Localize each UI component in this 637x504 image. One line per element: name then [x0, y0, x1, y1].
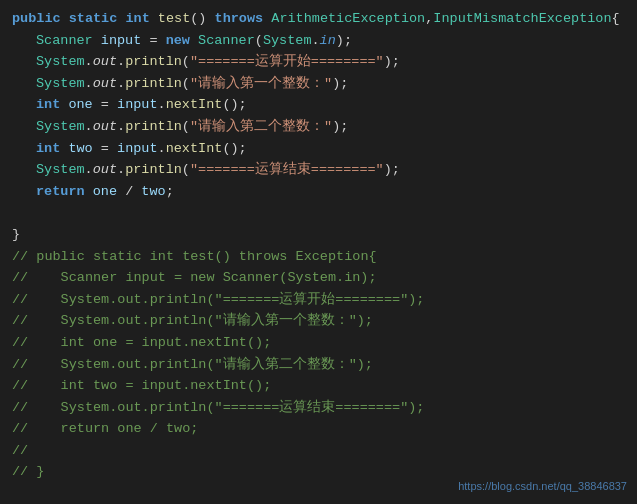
out-italic3: out: [93, 116, 117, 138]
system-class4: System: [36, 116, 85, 138]
system-class: System: [263, 30, 312, 52]
dot7: .: [85, 116, 93, 138]
comment4: // System.out.println("请输入第一个整数：");: [12, 310, 373, 332]
code-line-10: }: [0, 224, 637, 246]
code-line-9: return one / two;: [0, 181, 637, 203]
println4: println: [125, 159, 182, 181]
nextint1: nextInt: [166, 94, 223, 116]
println2: println: [125, 73, 182, 95]
string1: "=======运算开始========": [190, 51, 384, 73]
input-ref1: input: [117, 94, 158, 116]
assign3: =: [93, 138, 117, 160]
keyword-int: int: [125, 8, 157, 30]
var-one2: one: [93, 181, 117, 203]
code-line-19: // return one / two;: [0, 418, 637, 440]
code-line-13: // System.out.println("=======运算开始======…: [0, 289, 637, 311]
input-ref2: input: [117, 138, 158, 160]
keyword-new: new: [166, 30, 198, 52]
code-line-12: // Scanner input = new Scanner(System.in…: [0, 267, 637, 289]
code-line-7: int two = input.nextInt();: [0, 138, 637, 160]
dot6: .: [158, 94, 166, 116]
string2: "请输入第一个整数：": [190, 73, 332, 95]
keyword-int3: int: [36, 138, 68, 160]
var-input: input: [101, 30, 142, 52]
dot10: .: [85, 159, 93, 181]
code-line-15: // int one = input.nextInt();: [0, 332, 637, 354]
keyword-return: return: [36, 181, 93, 203]
comment10: //: [12, 440, 28, 462]
code-line-3: System.out.println("=======运算开始========"…: [0, 51, 637, 73]
code-line-6: System.out.println("请输入第二个整数：");: [0, 116, 637, 138]
dot9: .: [158, 138, 166, 160]
exception-inputmismatch: InputMismatchException: [433, 8, 611, 30]
assign2: =: [93, 94, 117, 116]
paren2: (: [182, 51, 190, 73]
dot11: .: [117, 159, 125, 181]
dot: .: [311, 30, 319, 52]
dot3: .: [117, 51, 125, 73]
code-line-18: // System.out.println("=======运算结束======…: [0, 397, 637, 419]
system-in: in: [320, 30, 336, 52]
paren7: (: [182, 116, 190, 138]
paren9: ();: [222, 138, 246, 160]
code-line-16: // System.out.println("请输入第二个整数：");: [0, 354, 637, 376]
comment8: // System.out.println("=======运算结束======…: [12, 397, 424, 419]
string3: "请输入第二个整数：": [190, 116, 332, 138]
code-line-17: // int two = input.nextInt();: [0, 375, 637, 397]
code-viewer: public static int test() throws Arithmet…: [0, 0, 637, 504]
code-line-14: // System.out.println("请输入第一个整数：");: [0, 310, 637, 332]
comment11: // }: [12, 461, 44, 483]
paren11: );: [384, 159, 400, 181]
out-italic1: out: [93, 51, 117, 73]
method-test: test: [158, 8, 190, 30]
println1: println: [125, 51, 182, 73]
keyword-int2: int: [36, 94, 68, 116]
paren-open: (): [190, 8, 214, 30]
code-line-20: //: [0, 440, 637, 462]
comment1b: public static: [36, 246, 149, 268]
brace-open: {: [612, 8, 620, 30]
println3: println: [125, 116, 182, 138]
comment7: // int two = input.nextInt();: [12, 375, 271, 397]
paren6: ();: [222, 94, 246, 116]
paren4: (: [182, 73, 190, 95]
system-class2: System: [36, 51, 85, 73]
paren8: );: [332, 116, 348, 138]
dot8: .: [117, 116, 125, 138]
code-line-empty1: [0, 202, 637, 224]
comment1d: test() throws Exception{: [174, 246, 377, 268]
out-italic4: out: [93, 159, 117, 181]
code-line-2: Scanner input = new Scanner(System.in);: [0, 30, 637, 52]
paren3: );: [384, 51, 400, 73]
comment9: // return one / two;: [12, 418, 198, 440]
keyword-throws: throws: [215, 8, 272, 30]
scanner-class: Scanner: [36, 30, 101, 52]
dot4: .: [85, 73, 93, 95]
var-two: two: [68, 138, 92, 160]
exception-arithmetic: ArithmeticException: [271, 8, 425, 30]
paren10: (: [182, 159, 190, 181]
comment3: // System.out.println("=======运算开始======…: [12, 289, 424, 311]
scanner-class2: Scanner: [198, 30, 255, 52]
var-one: one: [68, 94, 92, 116]
comment6: // System.out.println("请输入第二个整数：");: [12, 354, 373, 376]
comment1: //: [12, 246, 36, 268]
dot2: .: [85, 51, 93, 73]
paren: (: [255, 30, 263, 52]
system-class5: System: [36, 159, 85, 181]
watermark: https://blog.csdn.net/qq_38846837: [458, 478, 627, 496]
comment5: // int one = input.nextInt();: [12, 332, 271, 354]
keyword-public: public: [12, 8, 69, 30]
semicolon2: ;: [166, 181, 174, 203]
brace-close: }: [12, 224, 20, 246]
code-line-11: // public static int test() throws Excep…: [0, 246, 637, 268]
code-line-4: System.out.println("请输入第一个整数：");: [0, 73, 637, 95]
var-two2: two: [141, 181, 165, 203]
nextint2: nextInt: [166, 138, 223, 160]
out-italic2: out: [93, 73, 117, 95]
divide: /: [117, 181, 141, 203]
assign: =: [141, 30, 165, 52]
comment2: // Scanner input = new Scanner(System.in…: [12, 267, 377, 289]
code-line-8: System.out.println("=======运算结束========"…: [0, 159, 637, 181]
keyword-static: static: [69, 8, 126, 30]
